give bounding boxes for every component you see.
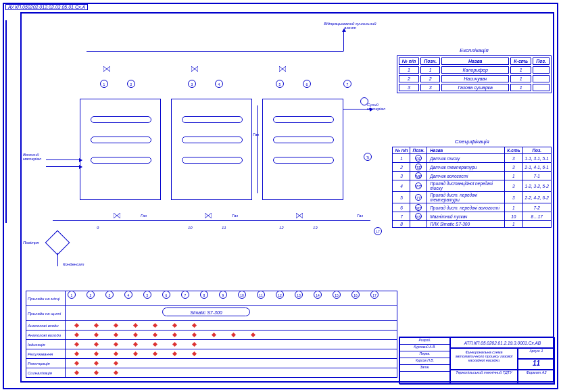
sensor-side: 7t (364, 153, 372, 161)
chamber-3 (262, 99, 343, 200)
valve-bot-2 (205, 209, 212, 214)
chamber-2 (171, 99, 252, 200)
valve-top-2 (191, 62, 198, 68)
drawing-code-top: АУ.КП.050202.012.02.03.05.01.Сх.А (5, 4, 88, 10)
left-sidebar (5, 20, 18, 378)
air-label: Повітря (23, 241, 39, 245)
gas-b1: Газ (141, 214, 147, 218)
sensor-5: 5 (276, 80, 284, 88)
plc-label: Simatic S7-300 (162, 308, 250, 316)
condensate-label: Конденсат (63, 262, 84, 266)
valve-top-1 (103, 62, 110, 68)
gas-label-1: Газ (253, 132, 259, 137)
explication-table: Експлікація № п/п Позн. Назва К-сть Поз.… (397, 47, 552, 93)
sensor-2: 2 (127, 80, 135, 88)
sensor-3: 3 (188, 80, 196, 88)
valve-top-3 (279, 62, 286, 68)
sensor-17: 17 (374, 227, 382, 235)
sensor-1: 1 (100, 80, 108, 88)
wet-material-label: Вологий матеріал (23, 153, 49, 161)
function-table: Прилади на місці Прилади на щиті Аналого… (26, 291, 397, 378)
title-block: Розроб. Курсовий А.В. Перев. Курсов Н.В.… (399, 337, 554, 384)
process-diagram: Відпрацьований сушильний агент 1 2 3 4 5… (26, 24, 391, 227)
gas-b2: Газ (232, 214, 238, 218)
gas-b3: Газ (357, 214, 363, 218)
valve-bot-3 (296, 209, 303, 214)
dry-material-label: Сухий матеріал (367, 103, 394, 111)
sensor-6: 6 (303, 80, 311, 88)
chamber-1 (80, 99, 161, 200)
sensor-7: 7 (343, 80, 351, 88)
valve-bot-1 (114, 209, 120, 214)
specification-table: Специфікація № п/п Позн. Назва К-сть Поз… (392, 139, 552, 228)
exhaust-label: Відпрацьований сушильний агент (323, 22, 377, 30)
sensor-4: 4 (215, 80, 223, 88)
